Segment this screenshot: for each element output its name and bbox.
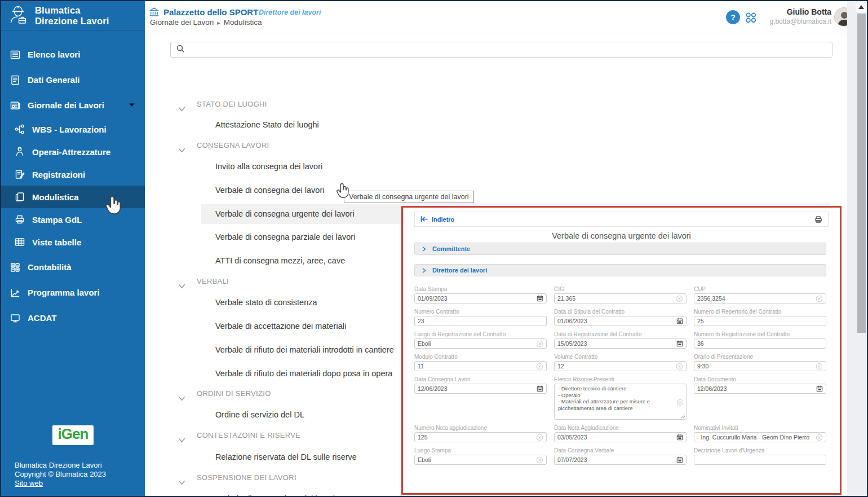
form-field: Decrizione Lavori d'Urgenza: [694, 447, 826, 465]
data-nota-input[interactable]: 03/05/2023: [554, 432, 687, 442]
sidebar-item-registrazioni[interactable]: Registrazioni: [1, 163, 145, 186]
worker-icon: [14, 146, 26, 158]
panel-toolbar: Indietro: [414, 212, 829, 227]
list-icon: [9, 49, 21, 61]
luogo-stampa-input[interactable]: Eboli: [414, 455, 547, 465]
igen-logo: iGen: [1, 425, 145, 445]
clear-icon[interactable]: [536, 434, 543, 441]
form-field: Data Stampa01/09/2023: [414, 286, 547, 304]
cursor-hand: [335, 182, 350, 200]
clear-icon[interactable]: [536, 363, 543, 370]
help-button[interactable]: ?: [726, 10, 740, 24]
form-panel: Indietro Verbale di consegna urgente dei…: [401, 206, 842, 495]
calendar-icon[interactable]: [537, 385, 543, 392]
chevron-down-icon[interactable]: [178, 100, 186, 121]
sidebar-item-operai-attrezzature[interactable]: Operai-Attrezzature: [1, 140, 145, 163]
numero-repertorio-input[interactable]: 25: [694, 316, 826, 326]
form-field: Numero di Repertorio del Contratto25: [694, 309, 826, 326]
sidebar-item-acdat[interactable]: ACDAT: [1, 305, 145, 331]
sidebar-item-elenco-lavori[interactable]: Elenco lavori: [1, 42, 145, 67]
breadcrumb-current: Modulistica: [224, 18, 262, 27]
accordion-direttore-dei-lavori[interactable]: Direttore dei lavori: [414, 264, 826, 276]
chevron-down-icon[interactable]: [178, 278, 186, 298]
calendar-icon[interactable]: [676, 434, 683, 441]
data-registrazione-input[interactable]: 15/05/2023: [554, 338, 687, 349]
sidebar-item-stampa-gdl[interactable]: Stampa GdL: [1, 208, 145, 231]
chevron-right-icon: [421, 267, 427, 274]
chevron-down-icon[interactable]: [178, 390, 186, 410]
sidebar-item-contabilita[interactable]: Contabilità: [1, 254, 145, 280]
brand-text: BlumaticaDirezione Lavori: [35, 5, 109, 27]
sito-web-link[interactable]: Sito web: [15, 479, 43, 487]
form-field: Numero di Registrazione del Contratto36: [694, 331, 826, 349]
user-email: g.botta@blumatica.it: [769, 17, 831, 25]
nominativi-invitati-input[interactable]: - Ing. Cuccurullo Maria - Geom Dino Pier…: [694, 432, 826, 442]
chevron-down-icon[interactable]: [178, 142, 186, 162]
main-content: STATO DEI LUOGHI Attestazione Stato dei …: [145, 33, 847, 497]
cig-input[interactable]: 21.365: [554, 293, 687, 304]
orario-presentazione-input[interactable]: 9:30: [694, 361, 826, 371]
clear-icon[interactable]: [816, 434, 823, 441]
clear-icon[interactable]: [816, 295, 823, 302]
user-role: Direttore dei lavori: [259, 8, 321, 16]
descrizione-urgenza-input[interactable]: [694, 455, 826, 465]
chevron-down-icon[interactable]: [178, 432, 186, 452]
chevron-down-icon[interactable]: [128, 101, 136, 111]
breadcrumb-parent[interactable]: Giornale dei Lavori: [150, 18, 214, 27]
cup-input[interactable]: 2356,3254: [694, 293, 826, 304]
numero-registrazione-input[interactable]: 36: [694, 338, 826, 349]
luogo-registrazione-input[interactable]: Eboli: [414, 338, 547, 349]
calendar-icon[interactable]: [676, 340, 683, 347]
clear-icon[interactable]: [536, 456, 543, 464]
calendar-icon[interactable]: [816, 385, 823, 392]
sidebar-footer: Blumatica Direzione Lavori Copyright © B…: [15, 461, 106, 488]
form-field: CUP2356,3254: [694, 286, 826, 304]
calendar-icon[interactable]: [676, 318, 683, 324]
clear-icon[interactable]: [676, 363, 683, 370]
sidebar-item-dati-generali[interactable]: Dati Generali: [1, 67, 145, 93]
sidebar-item-modulistica[interactable]: Modulistica: [1, 186, 145, 208]
chart-icon: [9, 287, 21, 299]
accordion-committente[interactable]: Committente: [414, 243, 826, 255]
calendar-icon[interactable]: [676, 456, 683, 463]
user-info[interactable]: Giulio Bottag.botta@blumatica.it: [769, 7, 831, 25]
data-stampa-input[interactable]: 01/09/2023: [414, 293, 547, 304]
modulo-contratto-input[interactable]: 11: [414, 361, 547, 371]
app-window: BlumaticaDirezione Lavori Elenco lavori …: [0, 0, 868, 497]
data-stipula-input[interactable]: 01/06/2023: [554, 316, 687, 326]
elenco-risorse-textarea[interactable]: - Direttore tecnico di cantiere - Operai…: [554, 384, 687, 420]
back-button[interactable]: Indietro: [420, 215, 454, 223]
resize-handle-icon[interactable]: [681, 414, 685, 419]
print-icon[interactable]: [814, 215, 823, 224]
form-field: Data Documento12/06/2023: [694, 376, 826, 394]
search-box[interactable]: [170, 42, 832, 58]
chevron-down-icon[interactable]: [178, 474, 186, 494]
scrollbar[interactable]: [847, 1, 867, 496]
sidebar-item-viste-tabelle[interactable]: Viste tabelle: [1, 231, 145, 253]
clear-icon[interactable]: [676, 295, 683, 302]
newspaper-icon: [9, 99, 21, 112]
clear-icon[interactable]: [676, 399, 684, 406]
apps-grid-icon[interactable]: [745, 11, 757, 26]
printer-icon: [14, 213, 26, 226]
numero-nota-input[interactable]: 125: [414, 432, 547, 442]
form-field: Numero Nota aggiudicazione125: [414, 425, 547, 442]
form-fields: Data Stampa01/09/2023 CIG21.365 CUP2356,…: [414, 286, 826, 465]
search-input[interactable]: [189, 46, 832, 54]
calendar-icon[interactable]: [537, 295, 543, 302]
data-documento-input[interactable]: 12/06/2023: [694, 384, 826, 394]
scrollbar-thumb[interactable]: [857, 14, 866, 333]
numero-contratto-input[interactable]: 23: [414, 316, 547, 326]
scroll-up-arrow-icon[interactable]: [856, 1, 867, 12]
sidebar-item-wbs-lavorazioni[interactable]: WBS - Lavorazioni: [1, 118, 145, 140]
brand: BlumaticaDirezione Lavori: [1, 1, 145, 30]
arrow-left-icon: [420, 215, 428, 223]
volume-contratto-input[interactable]: 12: [554, 361, 687, 371]
clear-icon[interactable]: [816, 363, 823, 370]
sidebar-item-programma-lavori[interactable]: Programma lavori: [1, 280, 145, 305]
data-consegna-verbale-input[interactable]: 07/07/2023: [554, 455, 687, 465]
sidebar-item-giornale-dei-lavori[interactable]: Giornale dei Lavori: [1, 93, 145, 118]
clear-icon[interactable]: [536, 340, 543, 348]
data-consegna-lavori-input[interactable]: 12/06/2023: [414, 384, 547, 394]
table-icon: [14, 236, 26, 248]
